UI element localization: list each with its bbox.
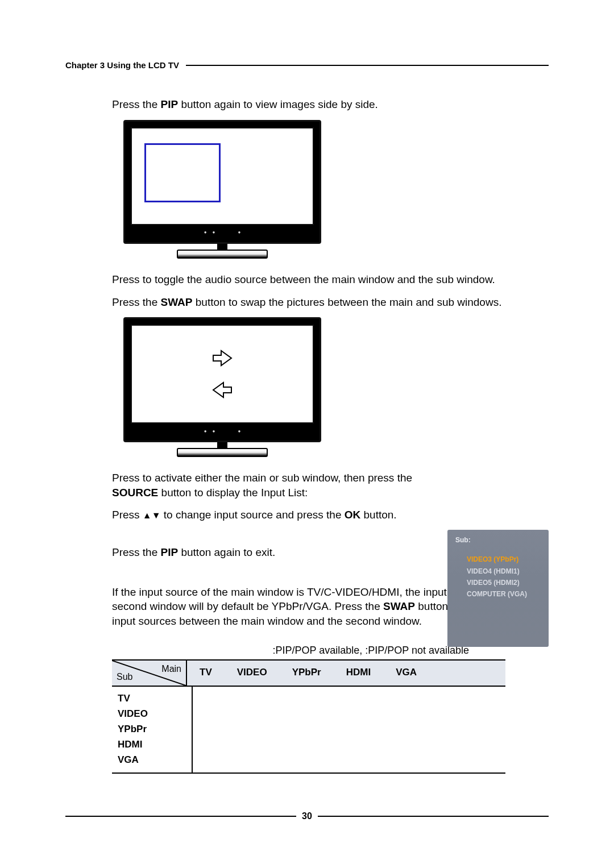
- input-list-title: Sub:: [447, 530, 549, 554]
- col-header: HDMI: [334, 666, 383, 679]
- up-down-triangle-icon: ▲▼: [143, 510, 161, 520]
- input-list-item: VIDEO4 (HDMI1): [467, 566, 549, 577]
- pip-availability-table: Main Sub TV VIDEO YPbPr HDMI VGA TV VIDE…: [112, 659, 505, 774]
- figure-tv-swap: ●●●: [123, 317, 537, 455]
- input-list-item: COMPUTER (VGA): [467, 588, 549, 600]
- table-header-row: TV VIDEO YPbPr HDMI VGA: [187, 661, 505, 686]
- figure-tv-pip: ●●●: [123, 120, 537, 256]
- input-list-popup: Sub: VIDEO3 (YPbPr) VIDEO4 (HDMI1) VIDEO…: [447, 530, 549, 647]
- row-header: VIDEO: [118, 707, 192, 722]
- page-number: 30: [302, 810, 312, 823]
- col-header: TV: [187, 666, 225, 679]
- table-corner-cell: Main Sub: [112, 661, 187, 686]
- chapter-header: Chapter 3 Using the LCD TV: [65, 60, 549, 71]
- input-list-item: VIDEO3 (YPbPr): [467, 554, 549, 565]
- table-row-labels: TV VIDEO YPbPr HDMI VGA: [112, 687, 193, 773]
- input-list-items: VIDEO3 (YPbPr) VIDEO4 (HDMI1) VIDEO5 (HD…: [447, 554, 549, 600]
- row-header: HDMI: [118, 737, 192, 753]
- paragraph-change-input: Press ▲▼ to change input source and pres…: [112, 508, 430, 522]
- table-body-empty: [193, 687, 505, 773]
- paragraph-swap: Press the SWAP button to swap the pictur…: [112, 295, 537, 310]
- col-header: VIDEO: [225, 666, 280, 679]
- corner-main-label: Main: [161, 663, 181, 675]
- col-header: YPbPr: [280, 666, 334, 679]
- row-header: VGA: [118, 753, 192, 768]
- page-footer: 30: [65, 810, 549, 823]
- row-header: TV: [118, 691, 192, 707]
- page-content: Press the PIP button again to view image…: [65, 97, 549, 773]
- arrow-right-icon: [211, 348, 234, 368]
- paragraph-pip-side-by-side: Press the PIP button again to view image…: [112, 97, 537, 112]
- input-list-item: VIDEO5 (HDMI2): [467, 577, 549, 588]
- footer-rule-left: [65, 816, 296, 817]
- arrow-left-icon: [211, 380, 234, 400]
- paragraph-activate-source: Press to activate either the main or sub…: [112, 471, 419, 500]
- corner-sub-label: Sub: [117, 671, 132, 683]
- paragraph-toggle-audio: Press to toggle the audio source between…: [112, 272, 537, 287]
- row-header: YPbPr: [118, 722, 192, 737]
- chapter-label: Chapter 3 Using the LCD TV: [65, 60, 179, 71]
- footer-rule-right: [318, 816, 549, 817]
- col-header: VGA: [383, 666, 429, 679]
- header-rule: [186, 65, 549, 66]
- pip-window-highlight: [144, 143, 221, 202]
- manual-page: Chapter 3 Using the LCD TV Press the PIP…: [0, 0, 614, 868]
